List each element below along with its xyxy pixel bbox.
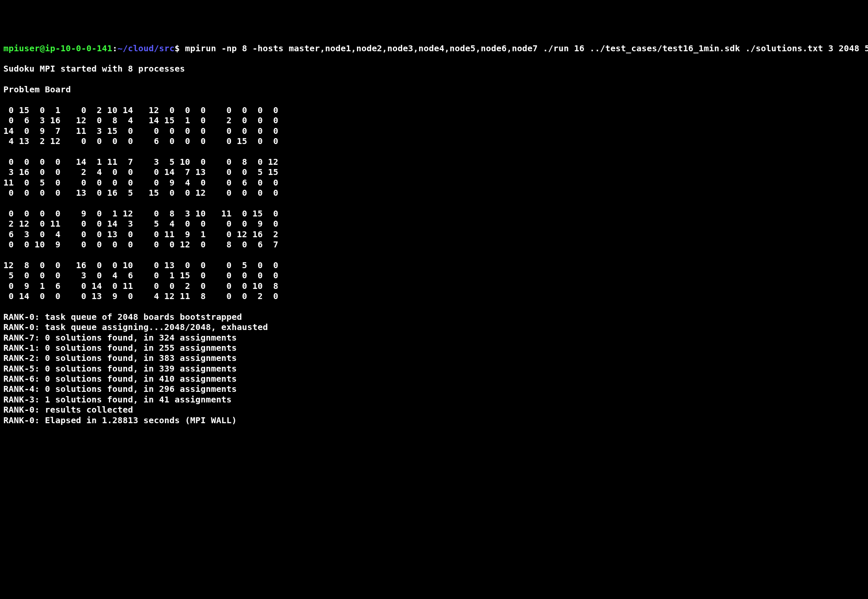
board-row: 14 0 9 7 11 3 15 0 0 0 0 0 0 0 0 0	[3, 126, 865, 136]
prompt-user-host: mpiuser@ip-10-0-0-141	[3, 43, 112, 53]
board-row: 2 12 0 11 0 0 14 3 5 4 0 0 0 0 9 0	[3, 219, 865, 229]
result-line: RANK-5: 0 solutions found, in 339 assign…	[3, 363, 865, 374]
result-line: RANK-0: task queue of 2048 boards bootst…	[3, 312, 865, 322]
board-row: 6 3 0 4 0 0 13 0 0 11 9 1 0 12 16 2	[3, 229, 865, 239]
board-row: 5 0 0 0 3 0 4 6 0 1 15 0 0 0 0 0	[3, 270, 865, 280]
result-line: RANK-4: 0 solutions found, in 296 assign…	[3, 384, 865, 394]
board-row	[3, 198, 865, 208]
board-row: 0 15 0 1 0 2 10 14 12 0 0 0 0 0 0 0	[3, 105, 865, 115]
prompt-path: ~/cloud/src	[117, 43, 175, 53]
output-header-line: Problem Board	[3, 84, 865, 94]
result-line: RANK-0: results collected	[3, 405, 865, 415]
board-row: 4 13 2 12 0 0 0 0 6 0 0 0 0 15 0 0	[3, 136, 865, 146]
result-line: RANK-2: 0 solutions found, in 383 assign…	[3, 353, 865, 363]
result-line: RANK-0: Elapsed in 1.28813 seconds (MPI …	[3, 415, 865, 425]
board-row: 11 0 5 0 0 0 0 0 0 9 4 0 0 6 0 0	[3, 177, 865, 188]
terminal-prompt-line[interactable]: mpiuser@ip-10-0-0-141:~/cloud/src$ mpiru…	[3, 43, 865, 53]
output-header-line	[3, 74, 865, 84]
board-row: 3 16 0 0 2 4 0 0 0 14 7 13 0 0 5 15	[3, 167, 865, 177]
command-text: mpirun -np 8 -hosts master,node1,node2,n…	[185, 43, 868, 53]
output-header-line: Sudoku MPI started with 8 processes	[3, 64, 865, 74]
board-row	[3, 146, 865, 156]
board-row: 0 0 0 0 13 0 16 5 15 0 0 12 0 0 0 0	[3, 188, 865, 198]
board-row: 0 6 3 16 12 0 8 4 14 15 1 0 2 0 0 0	[3, 115, 865, 125]
board-row: 0 0 10 9 0 0 0 0 0 0 12 0 8 0 6 7	[3, 239, 865, 250]
board-row: 0 0 0 0 9 0 1 12 0 8 3 10 11 0 15 0	[3, 208, 865, 219]
result-line: RANK-3: 1 solutions found, in 41 assignm…	[3, 394, 865, 405]
board-row: 0 14 0 0 0 13 9 0 4 12 11 8 0 0 2 0	[3, 291, 865, 301]
board-row: 0 9 1 6 0 14 0 11 0 0 2 0 0 0 10 8	[3, 281, 865, 291]
result-line: RANK-1: 0 solutions found, in 255 assign…	[3, 343, 865, 353]
result-line: RANK-0: task queue assigning...2048/2048…	[3, 322, 865, 332]
result-line	[3, 301, 865, 311]
prompt-dollar: $	[175, 43, 185, 53]
result-line: RANK-6: 0 solutions found, in 410 assign…	[3, 374, 865, 384]
result-line: RANK-7: 0 solutions found, in 324 assign…	[3, 333, 865, 343]
prompt-separator: :	[112, 43, 117, 53]
output-header-line	[3, 95, 865, 105]
board-row: 0 0 0 0 14 1 11 7 3 5 10 0 0 8 0 12	[3, 157, 865, 167]
board-row: 12 8 0 0 16 0 0 10 0 13 0 0 0 5 0 0	[3, 260, 865, 270]
board-row	[3, 250, 865, 260]
terminal-output: Sudoku MPI started with 8 processes Prob…	[3, 64, 865, 425]
